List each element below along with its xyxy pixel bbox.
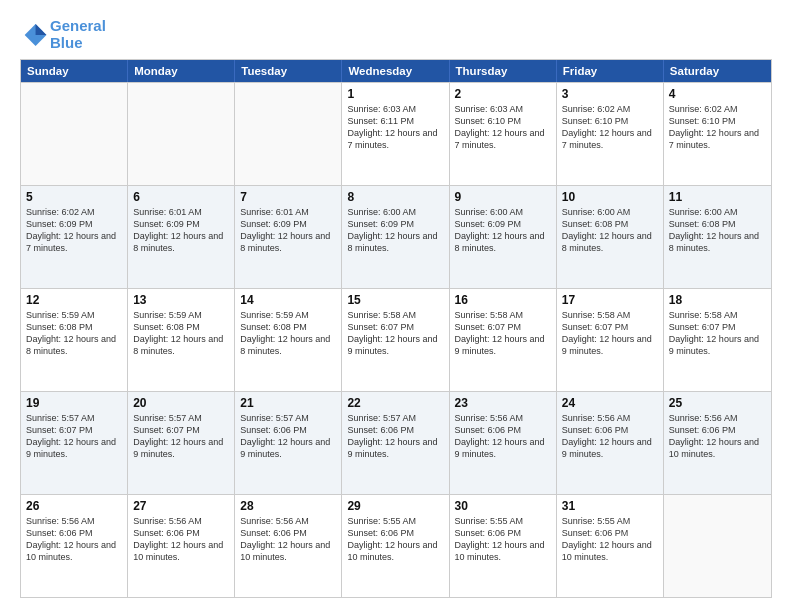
logo-text: General Blue [50, 18, 106, 51]
calendar-cell: 26Sunrise: 5:56 AM Sunset: 6:06 PM Dayli… [21, 495, 128, 597]
day-number: 23 [455, 396, 551, 410]
day-number: 2 [455, 87, 551, 101]
cell-info: Sunrise: 5:55 AM Sunset: 6:06 PM Dayligh… [455, 515, 551, 564]
calendar-cell: 1Sunrise: 6:03 AM Sunset: 6:11 PM Daylig… [342, 83, 449, 185]
calendar-cell: 19Sunrise: 5:57 AM Sunset: 6:07 PM Dayli… [21, 392, 128, 494]
cell-info: Sunrise: 5:56 AM Sunset: 6:06 PM Dayligh… [240, 515, 336, 564]
calendar-cell: 9Sunrise: 6:00 AM Sunset: 6:09 PM Daylig… [450, 186, 557, 288]
cell-info: Sunrise: 5:59 AM Sunset: 6:08 PM Dayligh… [133, 309, 229, 358]
calendar-cell: 18Sunrise: 5:58 AM Sunset: 6:07 PM Dayli… [664, 289, 771, 391]
calendar-cell [664, 495, 771, 597]
cell-info: Sunrise: 6:01 AM Sunset: 6:09 PM Dayligh… [133, 206, 229, 255]
calendar-cell [235, 83, 342, 185]
calendar-cell: 28Sunrise: 5:56 AM Sunset: 6:06 PM Dayli… [235, 495, 342, 597]
day-number: 11 [669, 190, 766, 204]
calendar-row: 26Sunrise: 5:56 AM Sunset: 6:06 PM Dayli… [21, 494, 771, 597]
calendar-cell: 27Sunrise: 5:56 AM Sunset: 6:06 PM Dayli… [128, 495, 235, 597]
calendar-cell: 31Sunrise: 5:55 AM Sunset: 6:06 PM Dayli… [557, 495, 664, 597]
day-number: 30 [455, 499, 551, 513]
cell-info: Sunrise: 6:00 AM Sunset: 6:09 PM Dayligh… [347, 206, 443, 255]
calendar-row: 19Sunrise: 5:57 AM Sunset: 6:07 PM Dayli… [21, 391, 771, 494]
calendar-cell: 22Sunrise: 5:57 AM Sunset: 6:06 PM Dayli… [342, 392, 449, 494]
day-number: 10 [562, 190, 658, 204]
day-number: 15 [347, 293, 443, 307]
cell-info: Sunrise: 5:59 AM Sunset: 6:08 PM Dayligh… [240, 309, 336, 358]
calendar-cell: 3Sunrise: 6:02 AM Sunset: 6:10 PM Daylig… [557, 83, 664, 185]
calendar-cell: 10Sunrise: 6:00 AM Sunset: 6:08 PM Dayli… [557, 186, 664, 288]
calendar-cell [21, 83, 128, 185]
day-number: 31 [562, 499, 658, 513]
page: General Blue SundayMondayTuesdayWednesda… [0, 0, 792, 612]
weekday-header: Monday [128, 60, 235, 82]
calendar-cell: 2Sunrise: 6:03 AM Sunset: 6:10 PM Daylig… [450, 83, 557, 185]
day-number: 9 [455, 190, 551, 204]
calendar-row: 1Sunrise: 6:03 AM Sunset: 6:11 PM Daylig… [21, 82, 771, 185]
calendar-header: SundayMondayTuesdayWednesdayThursdayFrid… [21, 60, 771, 82]
cell-info: Sunrise: 5:59 AM Sunset: 6:08 PM Dayligh… [26, 309, 122, 358]
cell-info: Sunrise: 6:00 AM Sunset: 6:09 PM Dayligh… [455, 206, 551, 255]
calendar-cell: 30Sunrise: 5:55 AM Sunset: 6:06 PM Dayli… [450, 495, 557, 597]
day-number: 28 [240, 499, 336, 513]
day-number: 5 [26, 190, 122, 204]
day-number: 22 [347, 396, 443, 410]
calendar-cell: 13Sunrise: 5:59 AM Sunset: 6:08 PM Dayli… [128, 289, 235, 391]
day-number: 16 [455, 293, 551, 307]
weekday-header: Wednesday [342, 60, 449, 82]
calendar-cell: 23Sunrise: 5:56 AM Sunset: 6:06 PM Dayli… [450, 392, 557, 494]
calendar-cell: 12Sunrise: 5:59 AM Sunset: 6:08 PM Dayli… [21, 289, 128, 391]
cell-info: Sunrise: 5:56 AM Sunset: 6:06 PM Dayligh… [455, 412, 551, 461]
calendar-cell: 14Sunrise: 5:59 AM Sunset: 6:08 PM Dayli… [235, 289, 342, 391]
cell-info: Sunrise: 5:56 AM Sunset: 6:06 PM Dayligh… [133, 515, 229, 564]
calendar-row: 12Sunrise: 5:59 AM Sunset: 6:08 PM Dayli… [21, 288, 771, 391]
cell-info: Sunrise: 5:57 AM Sunset: 6:07 PM Dayligh… [133, 412, 229, 461]
calendar-cell: 24Sunrise: 5:56 AM Sunset: 6:06 PM Dayli… [557, 392, 664, 494]
day-number: 17 [562, 293, 658, 307]
day-number: 18 [669, 293, 766, 307]
cell-info: Sunrise: 5:55 AM Sunset: 6:06 PM Dayligh… [347, 515, 443, 564]
calendar-cell: 15Sunrise: 5:58 AM Sunset: 6:07 PM Dayli… [342, 289, 449, 391]
cell-info: Sunrise: 6:01 AM Sunset: 6:09 PM Dayligh… [240, 206, 336, 255]
calendar-cell: 20Sunrise: 5:57 AM Sunset: 6:07 PM Dayli… [128, 392, 235, 494]
cell-info: Sunrise: 6:03 AM Sunset: 6:11 PM Dayligh… [347, 103, 443, 152]
weekday-header: Friday [557, 60, 664, 82]
day-number: 29 [347, 499, 443, 513]
weekday-header: Tuesday [235, 60, 342, 82]
cell-info: Sunrise: 5:57 AM Sunset: 6:06 PM Dayligh… [347, 412, 443, 461]
weekday-header: Saturday [664, 60, 771, 82]
day-number: 14 [240, 293, 336, 307]
day-number: 26 [26, 499, 122, 513]
calendar-cell [128, 83, 235, 185]
calendar-row: 5Sunrise: 6:02 AM Sunset: 6:09 PM Daylig… [21, 185, 771, 288]
day-number: 24 [562, 396, 658, 410]
day-number: 3 [562, 87, 658, 101]
cell-info: Sunrise: 6:00 AM Sunset: 6:08 PM Dayligh… [562, 206, 658, 255]
weekday-header: Sunday [21, 60, 128, 82]
day-number: 1 [347, 87, 443, 101]
cell-info: Sunrise: 5:56 AM Sunset: 6:06 PM Dayligh… [669, 412, 766, 461]
cell-info: Sunrise: 5:58 AM Sunset: 6:07 PM Dayligh… [562, 309, 658, 358]
cell-info: Sunrise: 6:00 AM Sunset: 6:08 PM Dayligh… [669, 206, 766, 255]
cell-info: Sunrise: 5:56 AM Sunset: 6:06 PM Dayligh… [26, 515, 122, 564]
calendar-cell: 16Sunrise: 5:58 AM Sunset: 6:07 PM Dayli… [450, 289, 557, 391]
svg-marker-1 [36, 24, 47, 35]
calendar-cell: 11Sunrise: 6:00 AM Sunset: 6:08 PM Dayli… [664, 186, 771, 288]
logo-icon [20, 21, 48, 49]
day-number: 19 [26, 396, 122, 410]
calendar-cell: 6Sunrise: 6:01 AM Sunset: 6:09 PM Daylig… [128, 186, 235, 288]
weekday-header: Thursday [450, 60, 557, 82]
cell-info: Sunrise: 6:02 AM Sunset: 6:10 PM Dayligh… [669, 103, 766, 152]
day-number: 21 [240, 396, 336, 410]
cell-info: Sunrise: 6:02 AM Sunset: 6:10 PM Dayligh… [562, 103, 658, 152]
calendar-cell: 8Sunrise: 6:00 AM Sunset: 6:09 PM Daylig… [342, 186, 449, 288]
calendar-cell: 25Sunrise: 5:56 AM Sunset: 6:06 PM Dayli… [664, 392, 771, 494]
header: General Blue [20, 18, 772, 51]
cell-info: Sunrise: 5:58 AM Sunset: 6:07 PM Dayligh… [455, 309, 551, 358]
calendar-body: 1Sunrise: 6:03 AM Sunset: 6:11 PM Daylig… [21, 82, 771, 597]
cell-info: Sunrise: 5:57 AM Sunset: 6:06 PM Dayligh… [240, 412, 336, 461]
calendar-cell: 7Sunrise: 6:01 AM Sunset: 6:09 PM Daylig… [235, 186, 342, 288]
cell-info: Sunrise: 5:58 AM Sunset: 6:07 PM Dayligh… [669, 309, 766, 358]
cell-info: Sunrise: 5:56 AM Sunset: 6:06 PM Dayligh… [562, 412, 658, 461]
day-number: 12 [26, 293, 122, 307]
day-number: 8 [347, 190, 443, 204]
cell-info: Sunrise: 5:55 AM Sunset: 6:06 PM Dayligh… [562, 515, 658, 564]
